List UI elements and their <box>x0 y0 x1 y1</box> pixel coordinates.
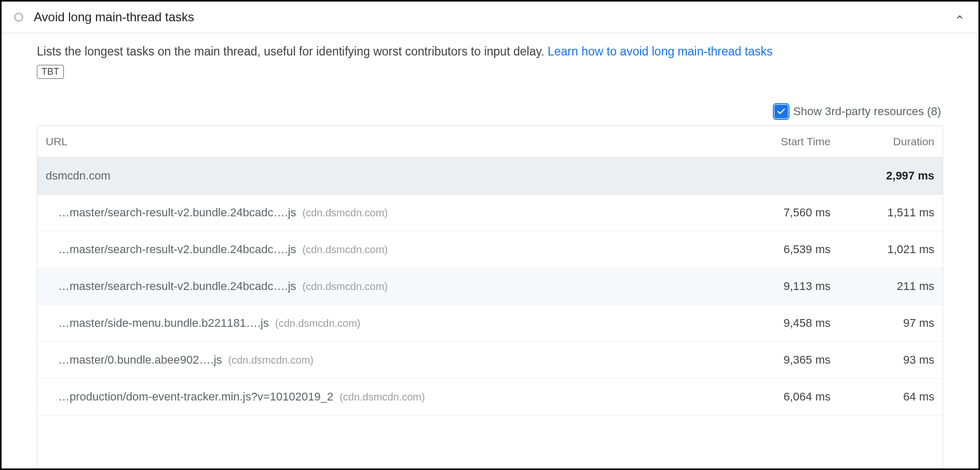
audit-description: Lists the longest tasks on the main thre… <box>37 43 943 61</box>
audit-title: Avoid long main-thread tasks <box>34 10 943 24</box>
row-start: 6,064 ms <box>727 390 831 404</box>
table-row[interactable]: …master/search-result-v2.bundle.24bcadc…… <box>37 231 943 268</box>
row-origin: (cdn.dsmcdn.com) <box>275 317 361 329</box>
row-duration: 64 ms <box>831 390 934 404</box>
row-start: 6,539 ms <box>727 243 831 256</box>
row-origin: (cdn.dsmcdn.com) <box>339 391 425 403</box>
row-duration: 211 ms <box>831 280 934 293</box>
tasks-table: URL Start Time Duration dsmcdn.com 2,997… <box>37 126 943 469</box>
status-indicator-icon <box>14 12 23 22</box>
row-path: …master/search-result-v2.bundle.24bcadc…… <box>58 243 296 256</box>
audit-panel: Avoid long main-thread tasks Lists the l… <box>0 0 980 470</box>
description-text: Lists the longest tasks on the main thre… <box>37 45 548 58</box>
row-origin: (cdn.dsmcdn.com) <box>228 354 314 366</box>
collapse-toggle[interactable] <box>954 11 966 23</box>
table-header: URL Start Time Duration <box>37 126 943 158</box>
third-party-toggle-row: Show 3rd-party resources (8) <box>37 105 943 118</box>
col-url: URL <box>46 135 727 148</box>
row-duration: 1,021 ms <box>831 243 934 256</box>
table-group-row[interactable]: dsmcdn.com 2,997 ms <box>37 158 943 195</box>
third-party-checkbox[interactable] <box>774 105 788 118</box>
table-row[interactable]: …master/search-result-v2.bundle.24bcadc…… <box>37 268 943 305</box>
metric-badge-row: TBT <box>37 65 943 79</box>
col-duration: Duration <box>831 135 934 148</box>
group-host: dsmcdn.com <box>46 169 727 183</box>
third-party-label: Show 3rd-party resources (8) <box>793 105 941 118</box>
row-origin: (cdn.dsmcdn.com) <box>303 281 388 293</box>
row-start: 7,560 ms <box>727 206 831 219</box>
row-path: …master/0.bundle.abee902….js <box>58 353 222 367</box>
table-row[interactable]: …master/search-result-v2.bundle.24bcadc…… <box>37 195 943 231</box>
audit-header[interactable]: Avoid long main-thread tasks <box>2 2 978 33</box>
row-path: …master/side-menu.bundle.b221181….js <box>58 316 269 330</box>
row-duration: 1,511 ms <box>831 206 934 219</box>
learn-more-link[interactable]: Learn how to avoid long main-thread task… <box>548 45 772 58</box>
table-row[interactable]: …master/side-menu.bundle.b221181….js(cdn… <box>37 305 943 342</box>
table-row[interactable]: …production/dom-event-tracker.min.js?v=1… <box>37 379 943 416</box>
row-origin: (cdn.dsmcdn.com) <box>303 244 388 256</box>
tbt-badge: TBT <box>37 65 64 79</box>
group-duration: 2,997 ms <box>831 169 934 183</box>
row-path: …master/search-result-v2.bundle.24bcadc…… <box>58 280 296 293</box>
audit-body: Lists the longest tasks on the main thre… <box>2 33 978 468</box>
table-row[interactable]: …master/0.bundle.abee902….js(cdn.dsmcdn.… <box>37 342 943 379</box>
row-duration: 97 ms <box>831 316 934 330</box>
checkmark-icon <box>777 107 786 116</box>
chevron-up-icon <box>955 12 965 22</box>
row-duration: 93 ms <box>831 353 934 367</box>
row-origin: (cdn.dsmcdn.com) <box>303 207 388 219</box>
col-start-time: Start Time <box>727 135 831 148</box>
row-path: …master/search-result-v2.bundle.24bcadc…… <box>58 206 296 219</box>
row-start: 9,365 ms <box>727 353 831 367</box>
row-path: …production/dom-event-tracker.min.js?v=1… <box>58 390 333 404</box>
row-start: 9,458 ms <box>727 316 831 330</box>
row-start: 9,113 ms <box>727 280 831 293</box>
